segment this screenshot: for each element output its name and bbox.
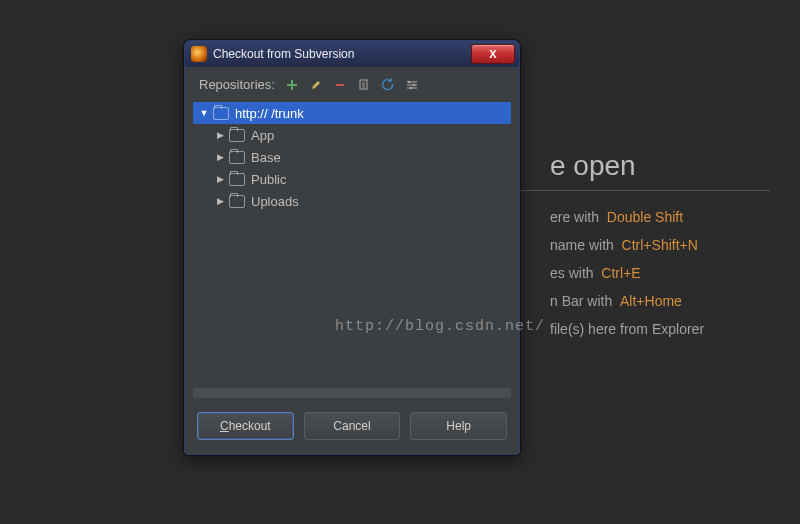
- watermark-text: http://blog.csdn.net/: [335, 318, 545, 335]
- cancel-button[interactable]: Cancel: [304, 412, 401, 440]
- tree-item-uploads[interactable]: ▶ Uploads: [193, 190, 511, 212]
- checkout-button[interactable]: Checkout: [197, 412, 294, 440]
- refresh-icon[interactable]: [381, 78, 395, 92]
- folder-icon: [213, 107, 229, 120]
- expand-icon[interactable]: ▶: [215, 174, 225, 184]
- shortcut-double-shift: Double Shift: [607, 209, 683, 225]
- shortcut-ctrl-shift-n: Ctrl+Shift+N: [622, 237, 698, 253]
- svg-point-2: [413, 83, 415, 85]
- app-icon: [191, 46, 207, 62]
- dialog-titlebar[interactable]: Checkout from Subversion X: [185, 41, 519, 67]
- svg-rect-0: [360, 80, 367, 89]
- settings-icon[interactable]: [405, 78, 419, 92]
- dialog-title: Checkout from Subversion: [213, 47, 354, 61]
- close-icon: X: [489, 48, 496, 60]
- expand-icon[interactable]: ▶: [215, 152, 225, 162]
- folder-icon: [229, 151, 245, 164]
- remove-icon[interactable]: [333, 78, 347, 92]
- dialog-button-bar: Checkout Cancel Help: [185, 404, 519, 454]
- svg-point-3: [410, 86, 412, 88]
- folder-icon: [229, 129, 245, 142]
- tree-item-app[interactable]: ▶ App: [193, 124, 511, 146]
- folder-icon: [229, 195, 245, 208]
- help-button[interactable]: Help: [410, 412, 507, 440]
- folder-icon: [229, 173, 245, 186]
- close-button[interactable]: X: [471, 44, 515, 64]
- repositories-toolbar: Repositories:: [185, 67, 519, 98]
- tree-root-label: http:// /trunk: [235, 106, 304, 121]
- repositories-label: Repositories:: [199, 77, 275, 92]
- expand-icon[interactable]: ▶: [215, 196, 225, 206]
- repository-tree[interactable]: ▼ http:// /trunk ▶ App ▶ Base ▶ Public ▶…: [193, 102, 511, 382]
- shortcut-alt-home: Alt+Home: [620, 293, 682, 309]
- collapse-icon[interactable]: ▼: [199, 108, 209, 118]
- edit-icon[interactable]: [309, 78, 323, 92]
- tree-item-public[interactable]: ▶ Public: [193, 168, 511, 190]
- horizontal-scrollbar[interactable]: [193, 388, 511, 398]
- add-icon[interactable]: [285, 78, 299, 92]
- svg-point-1: [408, 80, 410, 82]
- tree-root-row[interactable]: ▼ http:// /trunk: [193, 102, 511, 124]
- copy-icon[interactable]: [357, 78, 371, 92]
- tree-item-base[interactable]: ▶ Base: [193, 146, 511, 168]
- shortcut-ctrl-e: Ctrl+E: [601, 265, 640, 281]
- checkout-dialog: Checkout from Subversion X Repositories:…: [184, 40, 520, 455]
- expand-icon[interactable]: ▶: [215, 130, 225, 140]
